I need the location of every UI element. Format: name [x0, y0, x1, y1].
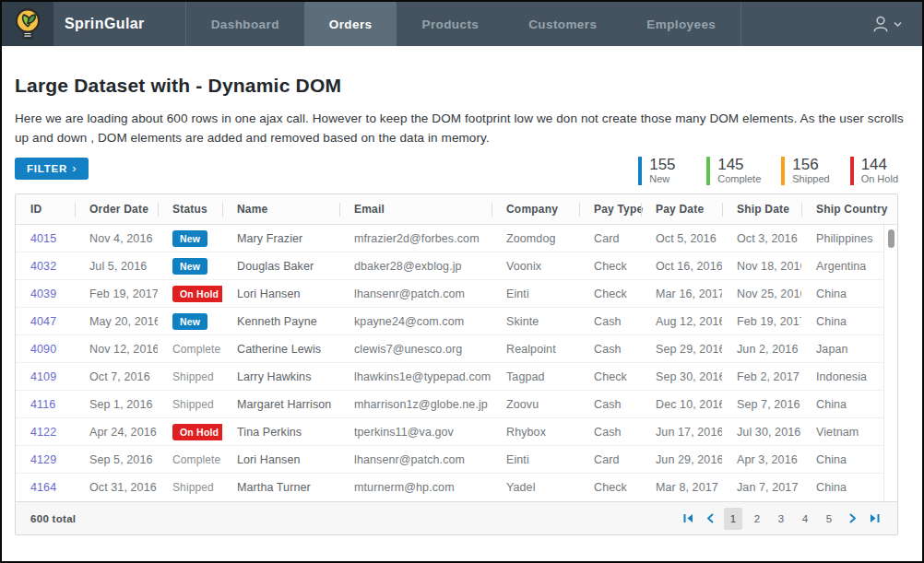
cell-ship-date: Jan 7, 2017 [722, 481, 801, 494]
order-id-link[interactable]: 4122 [30, 426, 56, 439]
table-row: 4015Nov 4, 2016NewMary Fraziermfrazier2d… [16, 225, 883, 252]
cell-email: kpayne24@com.com [339, 315, 492, 328]
status-badge: On Hold [172, 286, 222, 302]
stat-value: 155 [649, 157, 686, 173]
status-badge: New [172, 230, 207, 247]
cell-email: clewis7@unesco.org [339, 343, 492, 356]
status-summary: 155New145Complete156Shipped144On Hold [638, 157, 898, 185]
stat-complete: 145Complete [706, 157, 761, 185]
scrollbar-thumb[interactable] [888, 229, 894, 248]
cell-pay-date: Sep 30, 2016 [641, 370, 722, 383]
stat-value: 144 [861, 157, 898, 173]
order-id-link[interactable]: 4032 [30, 260, 56, 273]
cell-order-date: Oct 7, 2016 [75, 370, 158, 383]
page-number-4[interactable]: 4 [796, 508, 814, 530]
page-number-5[interactable]: 5 [820, 508, 838, 530]
cell-ship-country: Japan [801, 343, 883, 356]
table-scrollbar[interactable] [883, 225, 897, 501]
cell-email: lhawkins1e@typepad.com [339, 370, 492, 383]
cell-email: mharrison1z@globe.ne.jp [339, 398, 492, 411]
order-id-link[interactable]: 4015 [30, 232, 56, 245]
table-row: 4122Apr 24, 2016On HoldTina Perkinstperk… [16, 418, 883, 446]
cell-ship-date: Feb 2, 2017 [722, 370, 801, 383]
cell-company: Einti [492, 453, 579, 466]
order-id-link[interactable]: 4047 [30, 315, 56, 328]
cell-company: Yadel [492, 481, 579, 494]
cell-ship-date: Jul 30, 2016 [722, 426, 801, 439]
nav-tab-products[interactable]: Products [397, 2, 503, 46]
user-menu[interactable] [851, 2, 922, 46]
page-number-2[interactable]: 2 [748, 508, 766, 530]
cell-name: Martha Turner [222, 481, 339, 494]
table-row: 4164Oct 31, 2016ShippedMartha Turnermtur… [16, 474, 883, 501]
cell-ship-country: Indonesia [801, 370, 883, 383]
cell-company: Zoomdog [492, 232, 579, 245]
cell-ship-country: China [801, 481, 883, 494]
stat-value: 145 [717, 157, 761, 173]
column-header-ship-date[interactable]: Ship Date [722, 194, 801, 225]
cell-ship-date: Nov 18, 2016 [722, 260, 801, 273]
cell-ship-date: Sep 7, 2016 [722, 398, 801, 411]
column-header-ship-country[interactable]: Ship Country [801, 194, 897, 225]
cell-order-date: Apr 24, 2016 [75, 426, 158, 439]
cell-id: 4164 [16, 481, 75, 494]
nav-tab-label: Employees [646, 18, 716, 31]
filter-button-label: FILTER [27, 163, 67, 174]
column-header-id[interactable]: ID [16, 194, 75, 225]
brand-logo[interactable] [2, 2, 53, 46]
cell-email: mfrazier2d@forbes.com [339, 232, 492, 245]
cell-email: tperkins11@va.gov [339, 426, 492, 439]
order-id-link[interactable]: 4109 [30, 370, 56, 383]
nav-tab-customers[interactable]: Customers [503, 2, 622, 46]
last-page-button[interactable] [866, 509, 883, 529]
column-header-status[interactable]: Status [158, 194, 222, 225]
brand-name[interactable]: SprinGular [53, 2, 185, 46]
filter-button[interactable]: FILTER › [15, 158, 89, 180]
status-badge: Shipped [172, 370, 214, 383]
order-id-link[interactable]: 4164 [30, 481, 56, 494]
cell-id: 4109 [16, 370, 75, 383]
nav-tab-dashboard[interactable]: Dashboard [186, 2, 304, 46]
order-id-link[interactable]: 4039 [30, 287, 56, 300]
top-nav: SprinGular DashboardOrdersProductsCustom… [2, 2, 922, 46]
cell-ship-country: China [801, 398, 883, 411]
cell-status: Complete [158, 343, 222, 356]
cell-status: Complete [158, 453, 222, 466]
table-header-row: IDOrder DateStatusNameEmailCompanyPay Ty… [16, 194, 897, 225]
page-number-3[interactable]: 3 [772, 508, 790, 530]
order-id-link[interactable]: 4090 [30, 343, 56, 356]
nav-tab-label: Orders [329, 18, 373, 31]
cell-pay-date: Jun 17, 2016 [641, 426, 722, 439]
total-count: 600 total [30, 513, 76, 524]
column-header-email[interactable]: Email [339, 194, 492, 225]
cell-email: lhansenr@patch.com [339, 453, 492, 466]
status-badge: On Hold [172, 424, 222, 440]
page-number-1[interactable]: 1 [724, 508, 742, 530]
cell-company: Realpoint [492, 343, 579, 356]
cell-pay-date: Oct 5, 2016 [641, 232, 722, 245]
order-id-link[interactable]: 4116 [30, 398, 55, 411]
cell-id: 4090 [16, 343, 75, 356]
first-page-button[interactable] [680, 509, 696, 529]
cell-pay-type: Cash [579, 426, 641, 439]
nav-tab-employees[interactable]: Employees [622, 2, 740, 46]
order-id-link[interactable]: 4129 [30, 453, 56, 466]
stat-value: 156 [792, 157, 829, 173]
prev-page-button[interactable] [702, 509, 718, 529]
cell-id: 4047 [16, 315, 75, 328]
status-badge: New [172, 258, 207, 275]
column-header-name[interactable]: Name [222, 194, 339, 225]
column-header-order-date[interactable]: Order Date [75, 194, 158, 225]
cell-order-date: May 20, 2016 [75, 315, 158, 328]
column-header-pay-date[interactable]: Pay Date [641, 194, 722, 225]
column-header-company[interactable]: Company [492, 194, 579, 225]
page-title: Large Dataset with - Dynamic DOM [15, 75, 909, 97]
column-header-pay-type[interactable]: Pay Type [579, 194, 641, 225]
nav-tab-label: Dashboard [211, 18, 279, 31]
lightbulb-leaf-logo-icon [11, 6, 44, 41]
next-page-button[interactable] [844, 509, 860, 529]
cell-name: Margaret Harrison [222, 398, 339, 411]
cell-status: New [158, 258, 222, 275]
nav-tab-orders[interactable]: Orders [304, 2, 397, 46]
page-description: Here we are loading about 600 rows in on… [15, 109, 909, 147]
